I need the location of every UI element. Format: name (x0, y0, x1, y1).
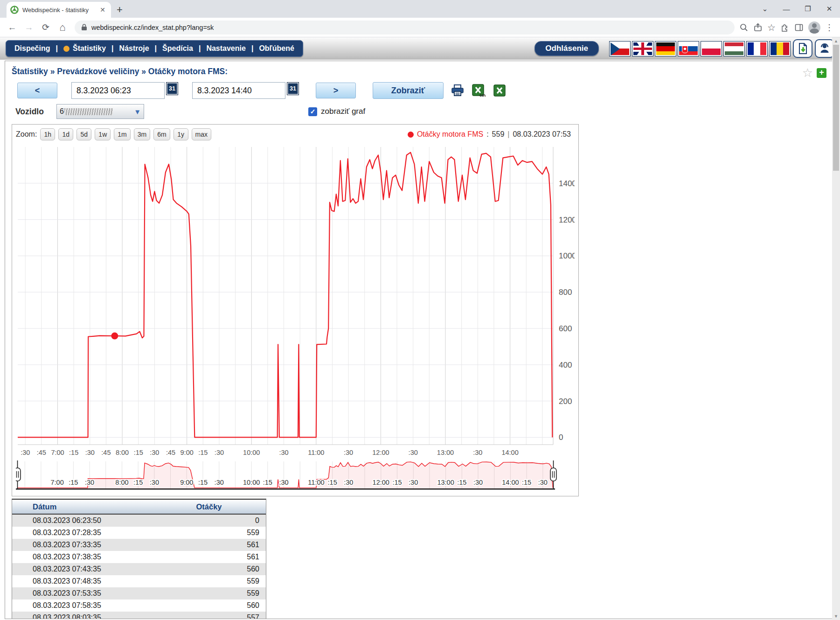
menu-item-nstroje[interactable]: Nástroje (119, 44, 149, 53)
chart-legend[interactable]: Otáčky motora FMS : 559 | 08.03.2023 07:… (408, 130, 575, 139)
menu-item-pedcia[interactable]: Špedícia (162, 44, 193, 53)
zoom-1w-button[interactable]: 1w (95, 128, 111, 140)
breadcrumb-part: Otáčky motora FMS: (148, 67, 228, 76)
table-row[interactable]: 08.03.2023 07:33:35561 (12, 539, 266, 551)
legend-pipe: | (507, 130, 509, 139)
table-row[interactable]: 08.03.2023 07:48:35559 (12, 575, 266, 587)
x-axis-label: 12:00 (372, 449, 389, 456)
zoom-page-icon[interactable] (739, 23, 749, 32)
tab-close-icon[interactable]: ✕ (98, 6, 107, 14)
tab-search-chevron-icon[interactable]: ⌄ (754, 0, 776, 18)
menu-item-label: Obľúbené (259, 44, 294, 53)
support-button[interactable] (815, 39, 834, 58)
x-axis-label: :30 (344, 449, 353, 456)
navigator-axis-label: 14:00 (502, 479, 519, 486)
side-panel-icon[interactable] (794, 23, 804, 32)
prev-period-button[interactable]: < (17, 83, 57, 98)
table-row[interactable]: 08.03.2023 08:03:35557 (12, 612, 266, 619)
french-flag[interactable] (746, 41, 768, 56)
rpm-series-line[interactable] (18, 153, 552, 438)
maximize-button[interactable]: ❐ (797, 0, 819, 18)
selected-point-marker[interactable] (111, 332, 118, 339)
scrollbar-thumb[interactable] (833, 45, 839, 171)
browser-menu-icon[interactable]: ⋮ (825, 22, 833, 33)
calendar-to-icon[interactable]: 31 (287, 82, 299, 95)
browser-toolbar: ← → ⟳ ⌂ webdispecink.cz/index_stat.php?l… (0, 18, 840, 37)
breadcrumb-part[interactable]: Štatistiky (12, 67, 48, 76)
navigator-axis-label: :30 (215, 479, 224, 486)
zoom-5d-button[interactable]: 5d (76, 128, 91, 140)
add-favourite-button[interactable]: + (817, 68, 826, 78)
export-page-button[interactable] (793, 39, 812, 58)
back-icon[interactable]: ← (5, 20, 20, 35)
profile-avatar[interactable] (808, 21, 820, 34)
reload-icon[interactable]: ⟳ (38, 20, 53, 35)
export-csv-icon[interactable]: csv (472, 84, 486, 97)
favourite-star-icon[interactable]: ☆ (802, 68, 813, 78)
breadcrumb-part[interactable]: Prevádzkové veličiny (57, 67, 139, 76)
home-icon[interactable]: ⌂ (55, 20, 70, 35)
extensions-puzzle-icon[interactable] (780, 23, 790, 32)
menu-item-tatistiky[interactable]: Štatistiky (63, 44, 106, 53)
close-button[interactable]: ✕ (819, 0, 840, 18)
table-row[interactable]: 08.03.2023 07:53:35559 (12, 587, 266, 599)
scroll-down-icon[interactable]: ▼ (832, 613, 840, 620)
table-row[interactable]: 08.03.2023 07:38:35561 (12, 551, 266, 563)
navigator-axis-label: :15 (69, 479, 78, 486)
zoom-1d-button[interactable]: 1d (58, 128, 73, 140)
hungarian-flag[interactable] (723, 41, 745, 56)
date-to-input[interactable] (192, 82, 285, 99)
menu-item-obben[interactable]: Obľúbené (259, 44, 294, 53)
zoom-1m-button[interactable]: 1m (114, 128, 130, 140)
table-row[interactable]: 08.03.2023 07:28:35559 (12, 527, 266, 539)
polish-flag[interactable] (701, 41, 722, 56)
german-flag[interactable] (655, 41, 676, 56)
navigator-axis-label: :30 (538, 479, 548, 486)
table-row[interactable]: 08.03.2023 07:43:35560 (12, 563, 266, 575)
zoom-6m-button[interactable]: 6m (153, 128, 170, 140)
rpm-line-chart[interactable]: 0200400600800100012001400:30:457:00:15:3… (16, 141, 575, 459)
scroll-up-icon[interactable]: ▲ (832, 37, 840, 45)
page-scrollbar[interactable]: ▲ ▼ (832, 37, 840, 620)
zoom-1h-button[interactable]: 1h (40, 128, 55, 140)
x-axis-label: :30 (150, 449, 159, 456)
cell-rpm: 560 (152, 601, 266, 610)
navigator-handle-left[interactable] (16, 460, 21, 489)
next-period-button[interactable]: > (316, 83, 356, 98)
zoom-3m-button[interactable]: 3m (134, 128, 150, 140)
romanian-flag[interactable] (769, 41, 791, 56)
slovak-flag[interactable] (678, 41, 699, 56)
table-row[interactable]: 08.03.2023 06:23:500 (12, 515, 266, 527)
vehicle-select[interactable]: 6 ▼ (56, 104, 144, 119)
zoom-max-button[interactable]: max (192, 128, 211, 140)
calendar-from-icon[interactable]: 31 (166, 82, 178, 95)
menu-item-dispeing[interactable]: Dispečing (14, 44, 50, 53)
czech-flag[interactable] (609, 41, 631, 56)
forward-icon[interactable]: → (21, 20, 36, 35)
bookmark-star-icon[interactable]: ☆ (767, 22, 776, 33)
navigator-axis-label: 11:00 (308, 479, 324, 486)
cell-rpm: 559 (152, 529, 266, 537)
navigator-axis-label: 10:00 (243, 479, 260, 486)
show-button[interactable]: Zobraziť (373, 82, 444, 99)
show-graph-checkbox[interactable]: ✓ (308, 107, 317, 116)
export-xls-icon[interactable] (493, 84, 506, 97)
print-icon[interactable] (451, 84, 464, 97)
menu-separator: | (111, 44, 113, 53)
chart-navigator[interactable]: 7:00:15:308:00:15:309:00:15:3010:00:15:3… (16, 460, 575, 493)
cell-date: 08.03.2023 07:53:35 (12, 589, 152, 598)
minimize-button[interactable]: — (776, 0, 797, 18)
share-icon[interactable] (753, 23, 763, 32)
logout-button[interactable]: Odhlásenie (535, 41, 599, 56)
x-axis-label: :30 (215, 449, 224, 456)
navigator-axis-label: :30 (150, 479, 159, 486)
new-tab-button[interactable]: + (117, 4, 123, 16)
cell-date: 08.03.2023 07:33:35 (12, 541, 152, 549)
table-row[interactable]: 08.03.2023 07:58:35560 (12, 599, 266, 612)
date-from-input[interactable] (71, 82, 165, 99)
zoom-1y-button[interactable]: 1y (174, 128, 188, 140)
url-bar[interactable]: webdispecink.cz/index_stat.php?lang=sk (75, 21, 735, 35)
browser-tab[interactable]: Webdispečink - štatistiky ✕ (7, 2, 111, 18)
english-flag[interactable] (632, 41, 653, 56)
menu-item-nastavenie[interactable]: Nastavenie (206, 44, 246, 53)
